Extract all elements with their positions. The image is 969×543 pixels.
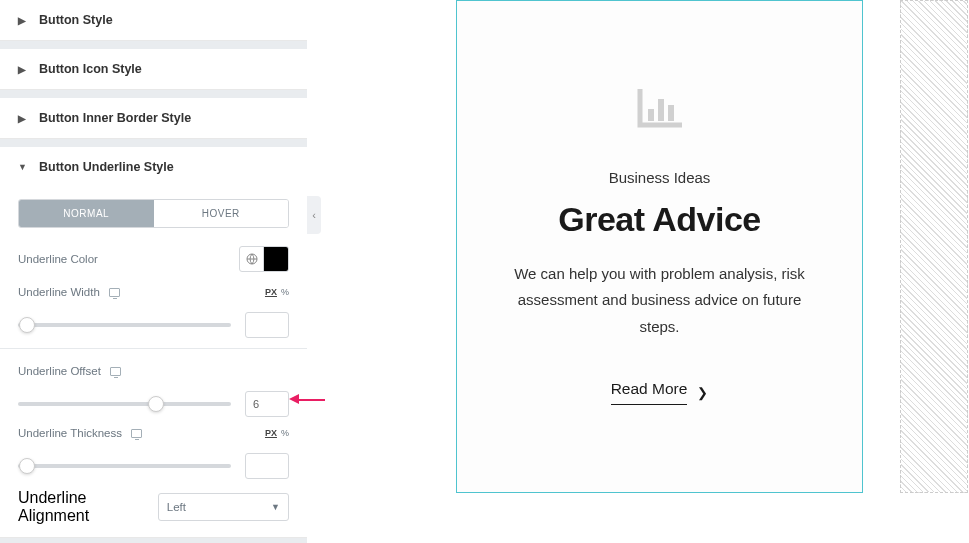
underline-offset-input[interactable]: [245, 391, 289, 417]
caret-right-icon: ▶: [18, 113, 25, 124]
chart-icon: [634, 85, 686, 135]
chevron-down-icon: ▼: [271, 502, 280, 512]
preview-card[interactable]: Business Ideas Great Advice We can help …: [456, 0, 863, 493]
style-sidebar: ▶ Button Style ▶ Button Icon Style ▶ But…: [0, 0, 307, 543]
underline-width-label: Underline Width: [18, 286, 100, 298]
caret-right-icon: ▶: [18, 64, 25, 75]
section-label: Button Style: [39, 13, 113, 27]
unit-toggle[interactable]: PX %: [265, 428, 289, 438]
card-description: We can help you with problem analysis, r…: [457, 261, 862, 340]
state-tabs: NORMAL HOVER: [18, 199, 289, 228]
underline-thickness-input[interactable]: [245, 453, 289, 479]
card-title: Great Advice: [558, 200, 761, 239]
svg-rect-3: [668, 105, 674, 121]
underline-thickness-label: Underline Thickness: [18, 427, 122, 439]
unit-toggle[interactable]: PX %: [265, 287, 289, 297]
svg-rect-2: [658, 99, 664, 121]
underline-alignment-label: Underline Alignment: [18, 489, 158, 525]
underline-offset-label: Underline Offset: [18, 365, 101, 377]
responsive-icon[interactable]: [110, 367, 121, 376]
collapse-sidebar-toggle[interactable]: ‹: [307, 196, 321, 234]
underline-width-slider[interactable]: [18, 323, 231, 327]
tab-normal[interactable]: NORMAL: [19, 200, 154, 227]
svg-rect-1: [648, 109, 654, 121]
tab-hover[interactable]: HOVER: [154, 200, 289, 227]
section-button-icon-style[interactable]: ▶ Button Icon Style: [0, 49, 307, 90]
underline-color-label: Underline Color: [18, 253, 98, 265]
section-button-style[interactable]: ▶ Button Style: [0, 0, 307, 41]
card-kicker: Business Ideas: [609, 169, 711, 186]
section-label: Button Underline Style: [39, 160, 174, 174]
placeholder-widget[interactable]: [900, 0, 968, 493]
read-more-button[interactable]: Read More: [611, 380, 688, 405]
underline-thickness-slider[interactable]: [18, 464, 231, 468]
underline-alignment-select[interactable]: Left ▼: [158, 493, 289, 521]
section-button-inner-border-style[interactable]: ▶ Button Inner Border Style: [0, 98, 307, 139]
globe-icon: [240, 247, 264, 271]
caret-right-icon: ▶: [18, 15, 25, 26]
color-swatch: [264, 247, 288, 271]
section-label: Button Icon Style: [39, 62, 142, 76]
responsive-icon[interactable]: [131, 429, 142, 438]
underline-offset-slider[interactable]: [18, 402, 231, 406]
chevron-right-icon: ❯: [697, 385, 708, 400]
underline-width-input[interactable]: [245, 312, 289, 338]
responsive-icon[interactable]: [109, 288, 120, 297]
section-label: Button Inner Border Style: [39, 111, 191, 125]
section-button-underline-style: ▼ Button Underline Style NORMAL HOVER Un…: [0, 147, 307, 538]
color-picker[interactable]: [239, 246, 289, 272]
caret-down-icon: ▼: [18, 162, 25, 172]
section-header[interactable]: ▼ Button Underline Style: [0, 147, 307, 187]
